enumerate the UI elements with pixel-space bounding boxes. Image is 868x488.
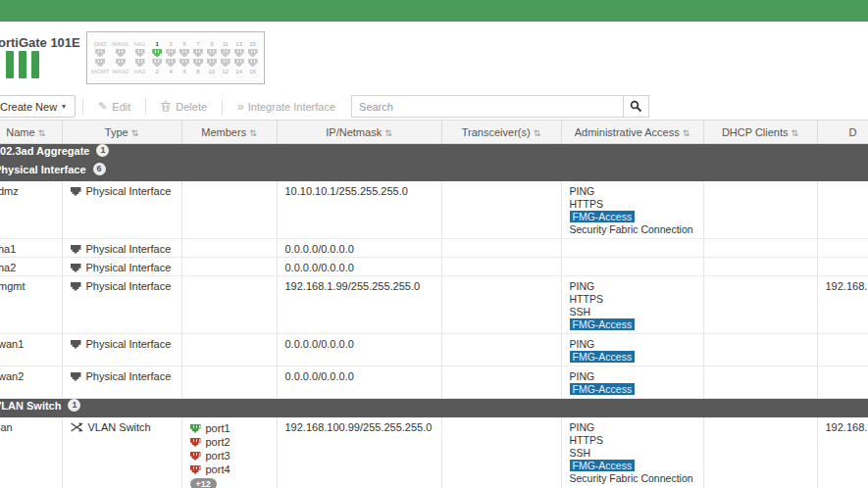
port-down-icon bbox=[190, 438, 201, 447]
search-icon bbox=[630, 100, 642, 113]
port-label-12: 12 bbox=[222, 68, 229, 75]
cell-dhcp-clients bbox=[703, 181, 817, 239]
col-header-d[interactable]: D bbox=[817, 121, 868, 144]
cell-ip: 192.168.1.99/255.255.255.0 bbox=[277, 276, 441, 334]
port-1-icon[interactable] bbox=[152, 49, 162, 57]
table-row-ha2[interactable]: ha2 Physical Interface 0.0.0.0/0.0.0.0 bbox=[0, 258, 868, 276]
port-5-icon[interactable] bbox=[179, 49, 189, 57]
physical-interface-icon bbox=[71, 264, 81, 272]
delete-button[interactable]: Delete bbox=[153, 95, 215, 118]
vlan-switch-icon bbox=[71, 422, 83, 432]
device-panel-section: FortiGate 101E DMZMGMT WAN1WAN2 HA1HA2 1… bbox=[0, 22, 868, 93]
col-header-name[interactable]: Name⇅ bbox=[0, 121, 62, 144]
col-header-members[interactable]: Members⇅ bbox=[181, 121, 277, 144]
col-header-transceivers[interactable]: Transceiver(s)⇅ bbox=[441, 121, 561, 144]
col-header-admin-access[interactable]: Administrative Access⇅ bbox=[561, 121, 703, 144]
group-header-physical-interface[interactable]: Physical Interface6 bbox=[0, 163, 868, 181]
cell-dhcp-clients bbox=[703, 258, 817, 276]
physical-interface-icon bbox=[71, 340, 81, 349]
physical-interface-icon bbox=[71, 282, 81, 291]
cell-members bbox=[181, 239, 277, 258]
col-header-ip-netmask[interactable]: IP/Netmask⇅ bbox=[277, 121, 441, 144]
cell-dhcp-clients bbox=[703, 417, 817, 488]
cell-type: Physical Interface bbox=[62, 366, 181, 399]
trash-icon bbox=[161, 101, 171, 112]
cell-transceivers bbox=[441, 276, 561, 334]
highlighted-access: FMG-Access bbox=[570, 318, 636, 330]
table-row-mgmt[interactable]: mgmt Physical Interface 192.168.1.99/255… bbox=[0, 276, 868, 334]
port-ha1-icon[interactable] bbox=[135, 49, 145, 57]
port-label-wan1: WAN1 bbox=[112, 40, 128, 48]
cell-type: Physical Interface bbox=[62, 276, 181, 334]
edit-button[interactable]: ✎ Edit bbox=[90, 95, 138, 118]
more-members-badge[interactable]: +12 bbox=[190, 478, 217, 488]
port-14-icon[interactable] bbox=[234, 59, 244, 67]
cell-admin-access bbox=[561, 258, 703, 276]
port-mgmt-icon[interactable] bbox=[95, 59, 105, 67]
port-10-icon[interactable] bbox=[207, 59, 217, 67]
table-row-lan[interactable]: lan VLAN Switch port1 port2 port3 port4 … bbox=[0, 417, 868, 488]
port-label-15: 15 bbox=[249, 40, 256, 48]
port-label-ha1: HA1 bbox=[134, 40, 146, 48]
highlighted-access: FMG-Access bbox=[570, 211, 636, 222]
port-wan1-icon[interactable] bbox=[116, 49, 126, 57]
search-button[interactable] bbox=[624, 95, 649, 118]
port-ha2-icon[interactable] bbox=[135, 59, 145, 67]
search-input[interactable] bbox=[351, 95, 624, 118]
port-4-icon[interactable] bbox=[166, 59, 176, 67]
cell-d: 192.168.10 bbox=[817, 417, 868, 488]
integrate-interface-button[interactable]: » Integrate Interface bbox=[230, 95, 343, 118]
cell-dhcp-clients bbox=[703, 276, 817, 334]
port-15-icon[interactable] bbox=[248, 49, 258, 57]
port-label-8: 8 bbox=[196, 68, 199, 75]
cell-transceivers bbox=[441, 366, 561, 399]
table-row-dmz[interactable]: dmz Physical Interface 10.10.10.1/255.25… bbox=[0, 181, 868, 239]
cell-d bbox=[817, 181, 868, 239]
port-label-16: 16 bbox=[249, 68, 256, 75]
col-header-type[interactable]: Type⇅ bbox=[62, 121, 181, 144]
cell-d bbox=[817, 239, 868, 258]
cell-admin-access bbox=[561, 239, 703, 258]
port-11-icon[interactable] bbox=[221, 49, 230, 57]
port-label-10: 10 bbox=[209, 68, 216, 75]
table-row-ha1[interactable]: ha1 Physical Interface 0.0.0.0/0.0.0.0 bbox=[0, 239, 868, 258]
port-down-icon bbox=[190, 452, 201, 461]
port-label-7: 7 bbox=[196, 40, 199, 48]
cell-members bbox=[181, 258, 277, 276]
cell-ip: 0.0.0.0/0.0.0.0 bbox=[277, 258, 441, 276]
cell-d bbox=[817, 258, 868, 276]
cell-ip: 0.0.0.0/0.0.0.0 bbox=[277, 334, 441, 366]
port-7-icon[interactable] bbox=[193, 49, 203, 57]
table-row-wan1[interactable]: wan1 Physical Interface 0.0.0.0/0.0.0.0 … bbox=[0, 334, 868, 366]
port-2-icon[interactable] bbox=[152, 59, 162, 67]
port-label-wan2: WAN2 bbox=[112, 68, 128, 75]
cell-admin-access: PING HTTPS SSH FMG-Access bbox=[561, 276, 703, 334]
sort-icon: ⇅ bbox=[384, 128, 392, 138]
group-header-8023ad-aggregate[interactable]: 802.3ad Aggregate1 bbox=[0, 144, 868, 164]
table-header-row: Name⇅ Type⇅ Members⇅ IP/Netmask⇅ Transce… bbox=[0, 121, 868, 144]
port-label-ha2: HA2 bbox=[134, 68, 146, 75]
port-8-icon[interactable] bbox=[193, 59, 203, 67]
port-dmz-icon[interactable] bbox=[95, 49, 105, 57]
port-16-icon[interactable] bbox=[248, 59, 258, 67]
port-label-9: 9 bbox=[210, 40, 213, 48]
sort-icon: ⇅ bbox=[791, 128, 799, 138]
create-new-button[interactable]: Create New ▾ bbox=[0, 95, 76, 118]
port-9-icon[interactable] bbox=[207, 49, 217, 57]
cell-dhcp-clients bbox=[703, 366, 817, 399]
port-label-5: 5 bbox=[182, 40, 185, 48]
port-13-icon[interactable] bbox=[234, 49, 244, 57]
cell-members: port1 port2 port3 port4 +12 bbox=[181, 417, 277, 488]
port-up-icon bbox=[190, 424, 201, 433]
cell-members bbox=[181, 276, 277, 334]
device-model-label: FortiGate 101E bbox=[0, 35, 88, 50]
col-header-dhcp-clients[interactable]: DHCP Clients⇅ bbox=[703, 121, 817, 144]
sort-icon: ⇅ bbox=[534, 128, 541, 138]
cell-type: Physical Interface bbox=[62, 239, 181, 258]
port-12-icon[interactable] bbox=[221, 59, 230, 67]
group-header-vlan-switch[interactable]: VLAN Switch1 bbox=[0, 399, 868, 418]
port-6-icon[interactable] bbox=[179, 59, 189, 67]
port-3-icon[interactable] bbox=[166, 49, 176, 57]
port-wan2-icon[interactable] bbox=[116, 59, 126, 67]
table-row-wan2[interactable]: wan2 Physical Interface 0.0.0.0/0.0.0.0 … bbox=[0, 366, 868, 399]
